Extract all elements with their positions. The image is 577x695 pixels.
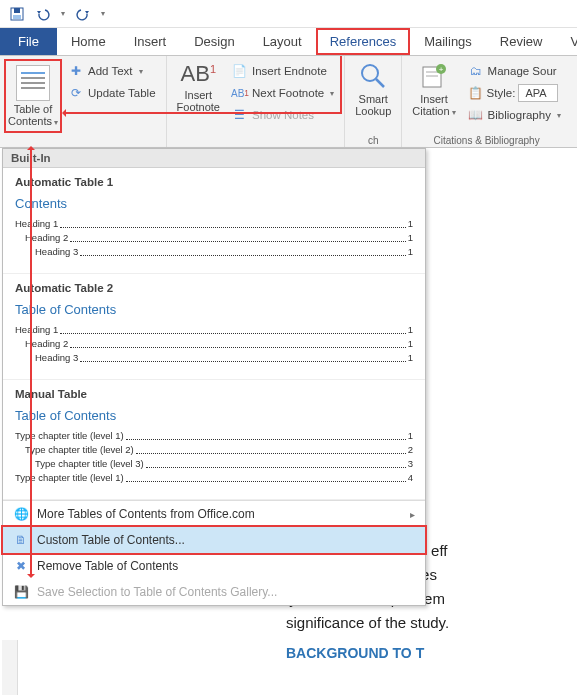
toc-preview-row: Type chapter title (level 1)4 <box>15 471 413 485</box>
ribbon-tabs: File Home Insert Design Layout Reference… <box>0 28 577 56</box>
citation-icon: + <box>419 61 449 91</box>
tab-file[interactable]: File <box>0 28 57 55</box>
show-notes-button: ☰ Show Notes <box>230 105 336 125</box>
vertical-ruler <box>2 640 18 695</box>
toc-icon <box>16 65 50 101</box>
tab-references[interactable]: References <box>316 28 410 55</box>
toc-preview-row: Heading 21 <box>15 231 413 245</box>
tab-review[interactable]: Review <box>486 28 557 55</box>
svg-point-3 <box>362 65 378 81</box>
insert-citation-button[interactable]: + InsertCitation▾ <box>406 59 461 133</box>
svg-line-4 <box>376 79 384 87</box>
style-value[interactable]: APA <box>518 84 558 102</box>
tab-view[interactable]: View <box>556 28 577 55</box>
toc-preview-rows: Heading 11Heading 21Heading 31 <box>15 323 413 365</box>
smart-lookup-button[interactable]: SmartLookup <box>349 59 397 133</box>
toc-preview-row: Heading 11 <box>15 217 413 231</box>
toc-label: Table of Contents▾ <box>8 103 58 129</box>
bibliography-icon: 📖 <box>468 107 484 123</box>
toc-preview-rows: Heading 11Heading 21Heading 31 <box>15 217 413 259</box>
manage-sources-icon: 🗂 <box>468 63 484 79</box>
add-text-icon: ✚ <box>68 63 84 79</box>
save-selection-icon: 💾 <box>13 584 29 600</box>
tab-insert[interactable]: Insert <box>120 28 181 55</box>
gallery-item-auto2[interactable]: Automatic Table 2 Table of Contents Head… <box>3 274 425 380</box>
toc-preview-title: Table of Contents <box>15 408 413 423</box>
tab-mailings[interactable]: Mailings <box>410 28 486 55</box>
tab-home[interactable]: Home <box>57 28 120 55</box>
globe-icon: 🌐 <box>13 506 29 522</box>
gallery-item-title: Manual Table <box>15 388 413 400</box>
ribbon: Table of Contents▾ ✚ Add Text▾ ⟳ Update … <box>0 56 577 148</box>
quick-access-toolbar: ▾ ▾ <box>0 0 577 28</box>
doc-heading-2: BACKGROUND TO T <box>286 645 571 661</box>
menu-save-selection: 💾 Save Selection to Table of Contents Ga… <box>3 579 425 605</box>
table-of-contents-button[interactable]: Table of Contents▾ <box>4 59 62 133</box>
toc-preview-row: Heading 11 <box>15 323 413 337</box>
toc-gallery: Built-In Automatic Table 1 Contents Head… <box>2 148 426 606</box>
undo-dropdown[interactable]: ▾ <box>58 3 68 25</box>
callout-line-horizontal <box>64 112 342 114</box>
undo-button[interactable] <box>32 3 54 25</box>
style-icon: 📋 <box>468 85 484 101</box>
save-button[interactable] <box>6 3 28 25</box>
tab-layout[interactable]: Layout <box>249 28 316 55</box>
bibliography-button[interactable]: 📖 Bibliography▾ <box>466 105 563 125</box>
smart-lookup-icon <box>358 61 388 91</box>
remove-icon: ✖ <box>13 558 29 574</box>
group-research-label: ch <box>345 135 401 146</box>
update-table-button[interactable]: ⟳ Update Table <box>66 83 158 103</box>
insert-footnote-button[interactable]: AB1 InsertFootnote <box>171 59 226 133</box>
toc-preview-title: Table of Contents <box>15 302 413 317</box>
group-research: SmartLookup ch <box>345 56 402 147</box>
group-table-of-contents: Table of Contents▾ ✚ Add Text▾ ⟳ Update … <box>0 56 167 147</box>
next-footnote-button[interactable]: AB1 Next Footnote▾ <box>230 83 336 103</box>
menu-more-toc[interactable]: 🌐 More Tables of Contents from Office.co… <box>3 501 425 527</box>
gallery-item-auto1[interactable]: Automatic Table 1 Contents Heading 11Hea… <box>3 168 425 274</box>
toc-preview-row: Type chapter title (level 3)3 <box>15 457 413 471</box>
toc-preview-row: Heading 21 <box>15 337 413 351</box>
qat-customize-dropdown[interactable]: ▾ <box>98 3 108 25</box>
callout-arrow-down <box>30 148 32 576</box>
menu-remove-toc[interactable]: ✖ Remove Table of Contents <box>3 553 425 579</box>
callout-line-vertical <box>340 56 342 112</box>
update-icon: ⟳ <box>68 85 84 101</box>
toc-preview-row: Heading 31 <box>15 351 413 365</box>
add-text-button[interactable]: ✚ Add Text▾ <box>66 61 158 81</box>
show-notes-icon: ☰ <box>232 107 248 123</box>
tab-design[interactable]: Design <box>180 28 248 55</box>
group-citations-label: Citations & Bibliography <box>402 135 571 146</box>
toc-preview-row: Heading 31 <box>15 245 413 259</box>
endnote-icon: 📄 <box>232 63 248 79</box>
redo-button[interactable] <box>72 3 94 25</box>
toc-preview-rows: Type chapter title (level 1)1Type chapte… <box>15 429 413 485</box>
next-footnote-icon: AB1 <box>232 85 248 101</box>
group-footnotes: AB1 InsertFootnote 📄 Insert Endnote AB1 … <box>167 56 346 147</box>
insert-endnote-button[interactable]: 📄 Insert Endnote <box>230 61 336 81</box>
gallery-item-title: Automatic Table 2 <box>15 282 413 294</box>
toc-preview-title: Contents <box>15 196 413 211</box>
gallery-item-title: Automatic Table 1 <box>15 176 413 188</box>
toc-preview-row: Type chapter title (level 1)1 <box>15 429 413 443</box>
citation-style-select[interactable]: 📋 Style: APA <box>466 83 563 103</box>
svg-rect-1 <box>14 8 20 13</box>
svg-rect-2 <box>13 15 21 19</box>
svg-text:+: + <box>439 65 444 74</box>
gallery-item-manual[interactable]: Manual Table Table of Contents Type chap… <box>3 380 425 500</box>
manage-sources-button[interactable]: 🗂 Manage Sour <box>466 61 563 81</box>
document-icon: 🗎 <box>13 532 29 548</box>
menu-custom-toc[interactable]: 🗎 Custom Table of Contents... <box>1 525 427 555</box>
gallery-header-builtin: Built-In <box>3 149 425 168</box>
group-citations: + InsertCitation▾ 🗂 Manage Sour 📋 Style:… <box>402 56 571 147</box>
toc-preview-row: Type chapter title (level 2)2 <box>15 443 413 457</box>
chevron-right-icon: ▸ <box>410 509 415 520</box>
